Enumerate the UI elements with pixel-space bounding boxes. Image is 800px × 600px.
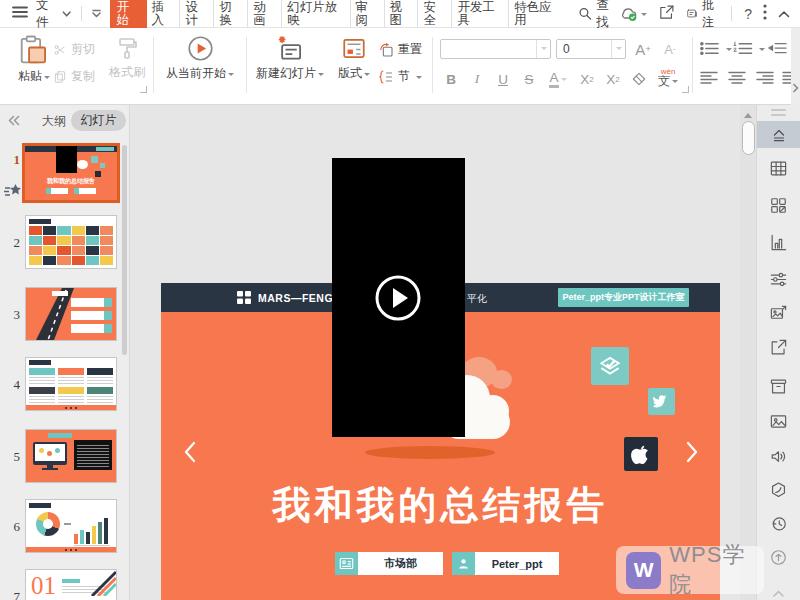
tab-devtools[interactable]: 开发工具 — [451, 0, 508, 31]
prev-slide-chevron[interactable] — [183, 441, 197, 466]
play-button-icon[interactable] — [373, 273, 423, 323]
bullet-list-button[interactable] — [700, 41, 732, 56]
copy-button[interactable]: 复制 — [53, 68, 95, 85]
tab-review[interactable]: 审阅 — [350, 0, 384, 31]
comment-button[interactable]: 批注 — [686, 0, 719, 31]
more-menu-button[interactable] — [763, 4, 767, 23]
dialog-launcher[interactable] — [140, 86, 147, 93]
slide-thumbnail-1[interactable]: 我和我的总结报告 — [22, 143, 120, 203]
decrease-indent-button[interactable] — [768, 41, 787, 56]
align-center-button[interactable] — [728, 71, 746, 85]
thumb1-title: 我和我的总结报告 — [25, 177, 117, 186]
sidebar-properties-button-selected[interactable] — [757, 121, 800, 148]
slide-brand-text[interactable]: MARS—FENG — [258, 292, 333, 304]
layout-button[interactable]: 版式 — [330, 35, 378, 82]
section-button[interactable]: 节 — [378, 68, 422, 85]
sidebar-settings-button[interactable] — [757, 267, 800, 291]
reset-button[interactable]: 重置 — [378, 41, 422, 58]
sidebar-signature-button[interactable] — [757, 478, 800, 502]
tab-slideshow[interactable]: 幻灯片放映 — [281, 0, 349, 31]
quick-access-toggle-icon[interactable] — [91, 7, 102, 21]
slide-thumbnail-2[interactable] — [25, 215, 117, 269]
chevron-up-icon — [772, 589, 785, 598]
tab-insert[interactable]: 插入 — [147, 0, 180, 31]
next-slide-chevron[interactable] — [685, 441, 699, 466]
paste-button[interactable]: 粘贴 — [10, 35, 58, 85]
department-badge[interactable]: 市场部 — [335, 552, 443, 575]
tab-design[interactable]: 设计 — [179, 0, 213, 31]
superscript-button[interactable]: X2 — [576, 68, 598, 90]
wps-logo: W — [626, 552, 661, 589]
increase-font-button[interactable]: A+ — [632, 38, 654, 60]
tab-special-apps[interactable]: 特色应用 — [508, 0, 565, 31]
sidebar-share-button[interactable] — [757, 335, 800, 359]
font-name-dropdown[interactable] — [536, 40, 550, 58]
sidebar-audio-button[interactable] — [757, 444, 800, 468]
align-left-button[interactable] — [700, 71, 718, 85]
decrease-font-button[interactable]: A- — [659, 38, 681, 60]
main-scrollbar-thumb[interactable] — [742, 121, 755, 155]
strikethrough-button[interactable]: S — [518, 68, 540, 90]
transition-star-icon[interactable] — [4, 183, 22, 199]
share-button[interactable] — [658, 4, 675, 24]
bird-logo-square[interactable] — [648, 388, 675, 415]
tab-transition[interactable]: 切换 — [213, 0, 247, 31]
slide-thumbnail-5[interactable] — [25, 429, 117, 483]
video-player-overlay[interactable] — [332, 158, 465, 437]
play-from-current-button[interactable]: 从当前开始 — [158, 35, 242, 82]
sidebar-drag-handle[interactable] — [771, 109, 786, 119]
file-menu[interactable]: 文件 — [36, 0, 72, 31]
sidebar-image-tools-button[interactable] — [757, 301, 800, 325]
slide-thumbnail-3[interactable] — [25, 287, 117, 341]
align-right-button[interactable] — [756, 71, 774, 85]
pinyin-guide-button[interactable]: wén 文 — [652, 65, 684, 87]
new-slide-button[interactable]: 新建幻灯片 — [250, 35, 330, 82]
italic-button[interactable]: I — [466, 68, 488, 90]
checkin-logo-square[interactable] — [591, 347, 629, 385]
hamburger-menu-icon[interactable] — [12, 5, 28, 22]
cut-button[interactable]: 剪切 — [53, 41, 95, 58]
underline-button[interactable]: U — [492, 68, 514, 90]
slide-number: 5 — [2, 449, 20, 465]
cloud-sync-button[interactable] — [619, 6, 647, 22]
font-name-combobox[interactable] — [440, 39, 551, 59]
help-button[interactable]: ? — [744, 6, 752, 22]
find-button[interactable]: 查找 — [578, 0, 619, 31]
toolbar-expand-button[interactable] — [791, 28, 800, 105]
subscript-button[interactable]: X2 — [602, 68, 624, 90]
slide-thumbnail-4[interactable] — [25, 357, 117, 411]
tab-home[interactable]: 开始 — [110, 0, 147, 31]
collapse-ribbon-button[interactable] — [778, 7, 790, 21]
tab-outline[interactable]: 大纲 — [42, 113, 66, 130]
numbered-list-button[interactable] — [733, 41, 765, 56]
slide-thumbnail-7[interactable]: 01 — [25, 569, 117, 600]
tab-slides[interactable]: 幻灯片 — [71, 110, 126, 131]
sidebar-material-box-button[interactable] — [757, 374, 800, 398]
scroll-up-arrow[interactable] — [744, 109, 752, 118]
apple-logo-square[interactable] — [624, 437, 658, 471]
slide-tagline-text[interactable]: 平化 — [467, 292, 487, 306]
tab-view[interactable]: 视图 — [384, 0, 418, 31]
clear-format-button[interactable] — [628, 68, 650, 90]
slide-title[interactable]: 我和我的总结报告 — [161, 480, 720, 531]
main-scrollbar-track[interactable] — [740, 105, 756, 600]
format-painter-button[interactable]: 格式刷 — [104, 35, 150, 81]
font-size-dropdown[interactable] — [611, 40, 625, 58]
tab-security[interactable]: 安全 — [417, 0, 451, 31]
font-size-combobox[interactable]: 0 — [556, 39, 626, 59]
collapse-panel-button[interactable] — [8, 115, 20, 129]
sidebar-table-button[interactable] — [757, 156, 800, 180]
slide-thumbnail-6[interactable] — [25, 499, 117, 553]
author-badge[interactable]: Peter_ppt — [452, 552, 559, 575]
panel-scrollbar-thumb[interactable] — [122, 145, 127, 355]
find-label: 查找 — [596, 0, 619, 31]
sidebar-picture-library-button[interactable] — [757, 409, 800, 433]
dialog-launcher[interactable] — [682, 86, 689, 93]
sidebar-smart-graphic-button[interactable] — [757, 193, 800, 217]
bold-button[interactable]: B — [440, 68, 462, 90]
font-color-button[interactable]: A — [544, 68, 572, 90]
sidebar-history-button[interactable] — [757, 511, 800, 535]
tab-animation[interactable]: 动画 — [247, 0, 281, 31]
sidebar-chart-button[interactable] — [757, 230, 800, 254]
slide-studio-badge[interactable]: Peter_ppt专业PPT设计工作室 — [558, 288, 689, 307]
